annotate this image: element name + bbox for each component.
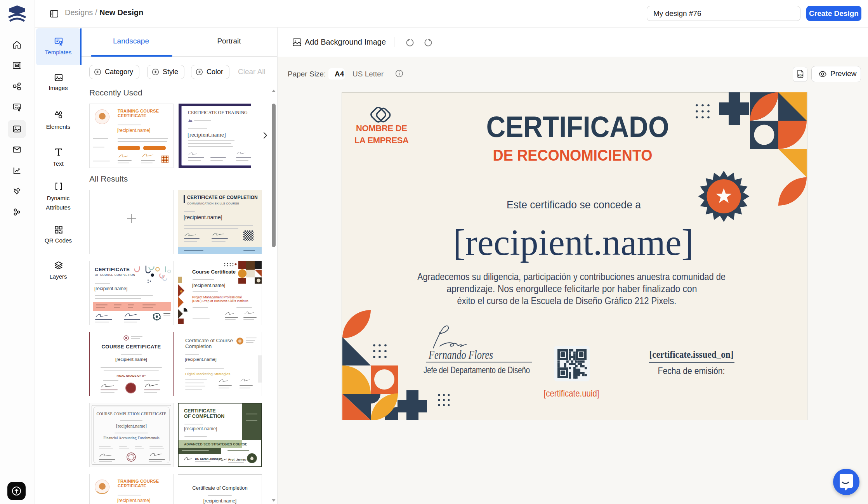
svg-text:DE RECONOMICIENTO: DE RECONOMICIENTO	[493, 147, 653, 164]
svg-text:Este certificado se concede a: Este certificado se concede a	[507, 199, 641, 211]
svg-text:Fecha de emisión:: Fecha de emisión:	[658, 365, 725, 376]
svg-text:PDF: PDF	[798, 74, 803, 77]
svg-text:CERTIFICADO: CERTIFICADO	[486, 110, 669, 143]
svg-text:Fernando Flores: Fernando Flores	[428, 348, 493, 362]
svg-text:aprendizaje. Nos enorgullece f: aprendizaje. Nos enorgullece felicitarle…	[447, 283, 697, 294]
svg-text:[certificate.issued_on]: [certificate.issued_on]	[649, 349, 734, 360]
svg-text:LA EMPRESA: LA EMPRESA	[354, 135, 409, 145]
svg-text:éxito el curso de la Escuela d: éxito el curso de la Escuela de Diseño G…	[457, 295, 677, 306]
svg-text:NOMBRE DE: NOMBRE DE	[356, 123, 407, 133]
svg-text:[recipient.name]: [recipient.name]	[453, 222, 694, 263]
svg-text:[certificate.uuid]: [certificate.uuid]	[544, 388, 599, 398]
svg-text:Agradecemos su diligencia, par: Agradecemos su diligencia, participación…	[417, 271, 726, 282]
svg-text:Jefe del Departamento de Diseñ: Jefe del Departamento de Diseño	[424, 365, 530, 375]
